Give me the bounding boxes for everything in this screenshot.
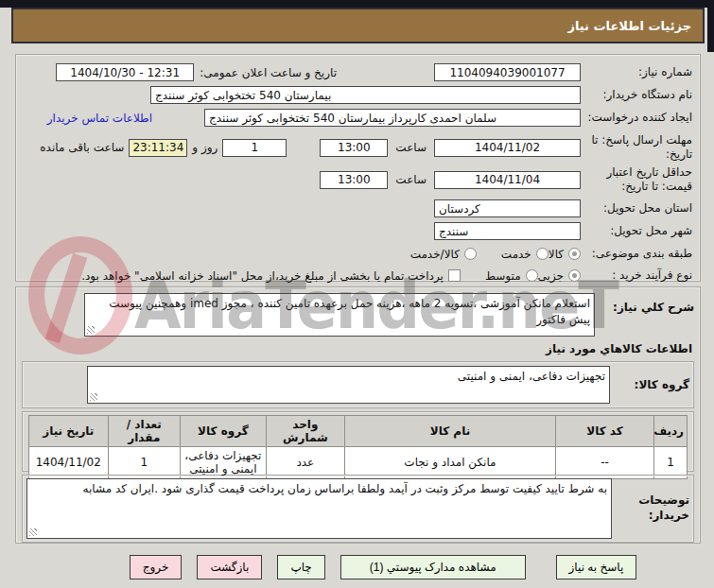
province-field[interactable]: کردستان (434, 199, 581, 217)
back-button[interactable]: بازگشت (197, 555, 262, 579)
need-number-field[interactable]: 1104094039001077 (434, 63, 581, 81)
buyer-notes-label: توضیحات خریدار: (612, 493, 689, 523)
col-goods-name: نام کالا (345, 416, 556, 447)
radio-goods-service-label: کالا/خدمت (410, 248, 460, 261)
top-navy-band (0, 0, 714, 8)
page-title-bar: جزئیات اطلاعات نیاز (11, 8, 705, 43)
province-label: استان محل تحویل: (581, 201, 692, 216)
goods-table: ردیف کد کالا نام کالا واحد شمارش گروه کا… (28, 415, 688, 479)
validity-label: حداقل تاریخ اعتبار قیمت: تا تاریخ: (581, 165, 692, 194)
row-deadline: مهلت ارسال پاسخ: تا تاریخ: 1404/11/02 سا… (24, 133, 692, 162)
row-description: شرح کلي نیاز: استعلام مانکن آموزشی ،تسوی… (22, 293, 694, 337)
buyer-contact-link[interactable]: اطلاعات تماس خریدار (47, 112, 152, 125)
deadline-hour-label: ساعت (395, 141, 427, 154)
goods-group-label: گروه کالا: (610, 378, 689, 391)
buyer-org-field[interactable]: بیمارستان 540 تختخوابی کوثر سنندج (150, 86, 581, 104)
goods-table-header-row: ردیف کد کالا نام کالا واحد شمارش گروه کا… (29, 416, 688, 447)
row-creator: ایجاد کننده درخواست: سلمان احمدی کارپردا… (24, 109, 692, 127)
creator-label: ایجاد کننده درخواست: (581, 111, 692, 125)
row-province: استان محل تحویل: کردستان (24, 199, 692, 217)
col-unit: واحد شمارش (266, 416, 345, 447)
deadline-label: مهلت ارسال پاسخ: تا تاریخ: (581, 133, 692, 162)
buyer-notes-textarea[interactable]: به شرط تایید کیفیت توسط مرکز وثبت در آیم… (26, 478, 612, 539)
view-attachments-button[interactable]: مشاهده مدارک پیوستي (1) (340, 555, 526, 579)
page-title: جزئیات اطلاعات نیاز (567, 19, 691, 33)
announce-datetime-label: تاریخ و ساعت اعلان عمومی: (200, 66, 337, 79)
remaining-days-field[interactable]: 1 (222, 139, 287, 157)
col-quantity: تعداد / مقدار (108, 416, 181, 447)
row-classification: طبقه بندی موضوعی: کالا خدمت کالا/خدمت (24, 247, 692, 261)
print-button[interactable]: چاپ (277, 555, 324, 579)
description-textarea[interactable]: استعلام مانکن آموزشی ،تسویه 2 ماهه ،هزین… (84, 293, 595, 337)
action-buttons-row: پاسخ به نیاز مشاهده مدارک پیوستي (1) چاپ… (0, 555, 714, 579)
need-info-panel: شماره نیاز: 1104094039001077 تاریخ و ساع… (15, 54, 701, 282)
radio-minor-label: جزیی (538, 269, 564, 283)
remaining-label: ساعت باقی مانده (40, 141, 124, 154)
radio-goods[interactable] (568, 248, 581, 260)
goods-section-title: اطلاعات کالاهاي مورد نیاز (22, 342, 694, 361)
validity-hour-field[interactable]: 13:00 (320, 171, 388, 189)
announce-datetime-field[interactable]: 1404/10/30 - 12:31 (56, 63, 194, 81)
radio-goods-label: کالا (549, 248, 564, 261)
goods-group-textarea[interactable]: تجهیزات دفاعی، ایمنی و امنیتی (87, 366, 610, 404)
need-description-panel: شرح کلي نیاز: استعلام مانکن آموزشی ،تسوی… (15, 286, 701, 544)
deadline-date-field[interactable]: 1404/11/02 (434, 139, 581, 157)
countdown-timer: 23:11:34 (129, 139, 187, 157)
days-separator-label: روز و (192, 141, 218, 154)
goods-group-box: گروه کالا: تجهیزات دفاعی، ایمنی و امنیتی (22, 361, 694, 408)
row-need-number: شماره نیاز: 1104094039001077 تاریخ و ساع… (24, 63, 692, 81)
radio-medium[interactable] (526, 269, 538, 282)
row-process-type: نوع فرآیند خرید : جزیی متوسط پرداخت تمام… (24, 268, 692, 283)
row-price-validity: حداقل تاریخ اعتبار قیمت: تا تاریخ: 1404/… (24, 165, 692, 194)
col-goods-group: گروه کالا (181, 416, 266, 447)
validity-hour-label: ساعت (395, 173, 427, 186)
radio-minor[interactable] (568, 269, 581, 282)
treasury-checkbox[interactable] (448, 269, 461, 282)
row-buyer-org: نام دستگاه خریدار: بیمارستان 540 تختخواب… (24, 86, 692, 104)
cell-goods-group: تجهیزات دفاعی، ایمنی و امنیتی (181, 447, 266, 479)
city-field[interactable]: سنندج (434, 222, 581, 240)
need-number-label: شماره نیاز: (581, 65, 692, 79)
col-row-number: ردیف (654, 416, 688, 447)
window-edge (707, 0, 714, 52)
reply-to-need-button[interactable]: پاسخ به نیاز (556, 555, 637, 579)
buyer-org-label: نام دستگاه خریدار: (581, 88, 692, 102)
exit-button[interactable]: خروج (130, 555, 183, 579)
goods-table-box: ردیف کد کالا نام کالا واحد شمارش گروه کا… (22, 411, 694, 472)
classification-label: طبقه بندی موضوعی: (581, 247, 692, 261)
radio-goods-service[interactable] (464, 248, 477, 260)
creator-field[interactable]: سلمان احمدی کارپرداز بیمارستان 540 تختخو… (204, 109, 581, 127)
description-label: شرح کلي نیاز: (595, 293, 694, 314)
treasury-checkbox-label: پرداخت تمام یا بخشی از مبلغ خرید،از محل … (81, 269, 444, 283)
radio-service[interactable] (536, 248, 549, 260)
process-type-label: نوع فرآیند خرید : (581, 268, 692, 283)
city-label: شهر محل تحویل: (581, 224, 692, 238)
validity-date-field[interactable]: 1404/11/04 (434, 171, 581, 189)
radio-service-label: خدمت (501, 248, 531, 261)
col-goods-code: کد کالا (555, 416, 653, 447)
radio-medium-label: متوسط (485, 269, 521, 283)
buyer-notes-box: توضیحات خریدار: به شرط تایید کیفیت توسط … (22, 475, 694, 543)
deadline-hour-field[interactable]: 13:00 (320, 139, 388, 157)
col-need-date: تاریخ نیاز (29, 416, 109, 447)
row-city: شهر محل تحویل: سنندج (24, 222, 692, 240)
